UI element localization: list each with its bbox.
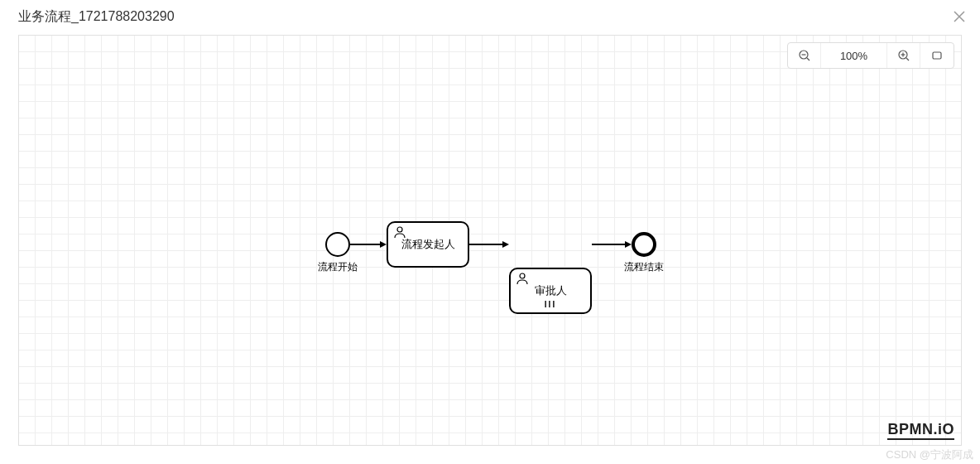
svg-rect-7 xyxy=(933,52,941,59)
zoom-level-display[interactable]: 100% xyxy=(821,43,887,68)
start-event-label: 流程开始 xyxy=(318,260,358,274)
page-title: 业务流程_1721788203290 xyxy=(18,8,175,26)
diagram-layer: 流程开始 流程发起人 审批人 III xyxy=(19,36,961,445)
sequence-flow-2[interactable] xyxy=(469,240,509,249)
close-icon xyxy=(954,11,965,22)
zoom-toolbar: 100% xyxy=(787,42,954,69)
bpmn-io-logo[interactable]: BPMN.iO xyxy=(887,421,954,440)
start-event-circle xyxy=(325,232,350,257)
sequence-flow-1[interactable] xyxy=(350,240,387,249)
zoom-out-button[interactable] xyxy=(788,43,821,68)
bpmn-canvas[interactable]: 100% 流程开始 流程发起人 xyxy=(18,35,962,446)
end-event-label: 流程结束 xyxy=(624,260,664,274)
task-label: 流程发起人 xyxy=(401,237,455,252)
watermark-text: CSDN @宁波阿成 xyxy=(886,447,973,462)
fit-viewport-button[interactable] xyxy=(920,43,954,68)
svg-point-10 xyxy=(397,227,402,232)
task-label: 审批人 xyxy=(535,283,567,298)
user-task-icon xyxy=(393,225,406,241)
svg-line-4 xyxy=(906,58,909,60)
svg-point-13 xyxy=(520,273,525,278)
end-event[interactable]: 流程结束 xyxy=(632,232,656,257)
user-task-icon xyxy=(516,272,529,288)
svg-marker-12 xyxy=(502,241,509,248)
svg-marker-9 xyxy=(380,241,387,248)
svg-line-1 xyxy=(807,58,809,60)
fit-viewport-icon xyxy=(931,50,943,61)
zoom-in-button[interactable] xyxy=(887,43,920,68)
end-event-circle xyxy=(632,232,656,257)
sequence-flow-3[interactable] xyxy=(592,240,632,249)
zoom-in-icon xyxy=(898,50,910,61)
user-task-approver[interactable]: 审批人 III xyxy=(509,268,592,314)
svg-marker-15 xyxy=(625,241,632,248)
close-button[interactable] xyxy=(954,10,965,25)
zoom-out-icon xyxy=(799,50,810,61)
start-event[interactable]: 流程开始 xyxy=(325,232,350,257)
multi-instance-marker: III xyxy=(545,300,556,309)
user-task-initiator[interactable]: 流程发起人 xyxy=(387,221,469,268)
modal-header: 业务流程_1721788203290 xyxy=(0,0,980,32)
